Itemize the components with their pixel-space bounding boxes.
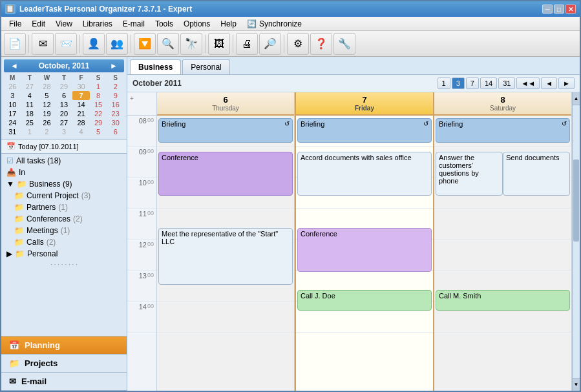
cal-day[interactable]: 11 [21,100,39,109]
projects-nav-button[interactable]: 📁 Projects [1,355,127,373]
cal-day[interactable]: 5 [90,127,107,136]
cal-day[interactable]: 26 [4,82,21,91]
cal-day[interactable]: 1 [21,127,39,136]
binoculars-button[interactable]: 🔭 [180,33,202,55]
view-1day[interactable]: 1 [438,77,450,89]
cal-day[interactable]: 28 [72,118,90,127]
cal-day[interactable]: 23 [107,109,124,118]
cal-day-today[interactable]: 7 [72,91,90,100]
menu-options[interactable]: Options [178,18,215,30]
scroll-up-button[interactable]: ▲ [573,92,580,105]
cal-day[interactable]: 9 [107,91,124,100]
nav-back-far[interactable]: ◄◄ [516,77,540,89]
all-tasks-item[interactable]: ☑ All tasks (18) [1,155,127,167]
cal-day[interactable]: 27 [21,82,39,91]
today-link[interactable]: 📅 Today [07.10.2011] [1,139,127,154]
cal-day[interactable]: 14 [72,100,90,109]
cal-day[interactable]: 3 [4,91,21,100]
cal-day[interactable]: 29 [90,118,107,127]
cal-day[interactable]: 6 [107,127,124,136]
event-call-msmith-8[interactable]: Call M. Smith [436,290,570,311]
search-button[interactable]: 🔍 [157,33,179,55]
menu-sync[interactable]: 🔄Synchronize [242,18,307,30]
cal-day[interactable]: 27 [56,118,73,127]
cal-day[interactable]: 15 [90,100,107,109]
people-button[interactable]: 👥 [106,33,128,55]
cal-day[interactable]: 17 [4,109,21,118]
cal-day[interactable]: 29 [56,82,73,91]
view-7day[interactable]: 7 [466,77,479,89]
event-send-docs-8[interactable]: Send documents [503,152,570,196]
nav-forward[interactable]: ► [558,77,575,89]
cal-day[interactable]: 2 [107,82,124,91]
menu-email[interactable]: E-mail [118,18,150,30]
cal-day[interactable]: 4 [21,91,39,100]
view-14day[interactable]: 14 [480,77,497,89]
cal-day[interactable]: 24 [4,118,21,127]
cal-day[interactable]: 1 [90,82,107,91]
calendar-next-button[interactable]: ► [107,61,120,70]
cal-day[interactable]: 19 [38,109,56,118]
calls-item[interactable]: 📁 Calls (2) [1,236,127,248]
wizard-button[interactable]: 🔧 [333,33,355,55]
calendar-prev-button[interactable]: ◄ [8,61,21,70]
event-briefing-6[interactable]: Briefing ↺ [158,118,293,143]
cal-day[interactable]: 6 [56,91,73,100]
cal-day[interactable]: 16 [107,100,124,109]
cal-day[interactable]: 21 [72,109,90,118]
menu-help[interactable]: Help [215,18,242,30]
meetings-item[interactable]: 📁 Meetings (1) [1,225,127,236]
cal-day[interactable]: 20 [56,109,73,118]
cal-day[interactable]: 10 [4,100,21,109]
event-conference-7[interactable]: Conference [297,228,432,272]
cal-day[interactable]: 22 [90,109,107,118]
cal-day[interactable]: 25 [21,118,39,127]
days-scroll-area[interactable]: 6 Thursday [157,92,572,391]
current-project-item[interactable]: 📁 Current Project (3) [1,190,127,201]
view-3day[interactable]: 3 [452,77,465,89]
close-button[interactable]: ✕ [565,5,576,14]
partners-item[interactable]: 📁 Partners (1) [1,201,127,213]
personal-item[interactable]: ▶ 📁 Personal [1,248,127,260]
cal-day[interactable]: 26 [38,118,56,127]
menu-file[interactable]: File [4,18,26,30]
event-accord-docs-7[interactable]: Accord documents with sales office [297,152,432,196]
email-nav-button[interactable]: ✉ E-mail [1,373,127,391]
scroll-down-button[interactable]: ▼ [573,378,580,391]
maximize-button[interactable]: □ [554,5,564,14]
contacts-button[interactable]: 👤 [83,33,105,55]
cal-day[interactable]: 8 [90,91,107,100]
conferences-item[interactable]: 📁 Conferences (2) [1,213,127,225]
cal-day[interactable]: 4 [72,127,90,136]
view-31day[interactable]: 31 [498,77,515,89]
event-conference-6[interactable]: Conference [158,152,293,196]
cal-day[interactable]: 28 [38,82,56,91]
minimize-button[interactable]: ─ [542,5,553,14]
menu-edit[interactable]: Edit [26,18,50,30]
cal-day[interactable]: 31 [4,127,21,136]
preview-button[interactable]: 🔎 [259,33,281,55]
menu-libraries[interactable]: Libraries [78,18,118,30]
cal-day[interactable]: 18 [21,109,39,118]
event-briefing-7[interactable]: Briefing ↺ [297,118,432,143]
menu-tools[interactable]: Tools [150,18,178,30]
business-item[interactable]: ▼ 📁 Business (9) [1,178,127,190]
event-briefing-8[interactable]: Briefing ↺ [436,118,570,143]
cal-day[interactable]: 3 [56,127,73,136]
image-button[interactable]: 🖼 [208,33,230,55]
filter-button[interactable]: 🔽 [134,33,156,55]
in-item[interactable]: 📥 In [1,167,127,178]
menu-view[interactable]: View [50,18,78,30]
scroll-thumb[interactable] [573,160,579,242]
new-task-button[interactable]: 📄 [4,33,26,55]
cal-day[interactable]: 2 [38,127,56,136]
print-button[interactable]: 🖨 [236,33,258,55]
email-button[interactable]: ✉ [32,33,54,55]
help-button[interactable]: ❓ [310,33,332,55]
event-meet-rep-6[interactable]: Meet the representative of the "Start" L… [158,228,293,285]
cal-day[interactable]: 12 [38,100,56,109]
cal-day[interactable]: 13 [56,100,73,109]
scrollbar[interactable]: ▲ ▼ [572,92,580,391]
event-call-jdoe-7[interactable]: Call J. Doe [297,290,432,311]
event-answer-customers-8[interactable]: Answer the customers' questions by phone [436,152,503,196]
